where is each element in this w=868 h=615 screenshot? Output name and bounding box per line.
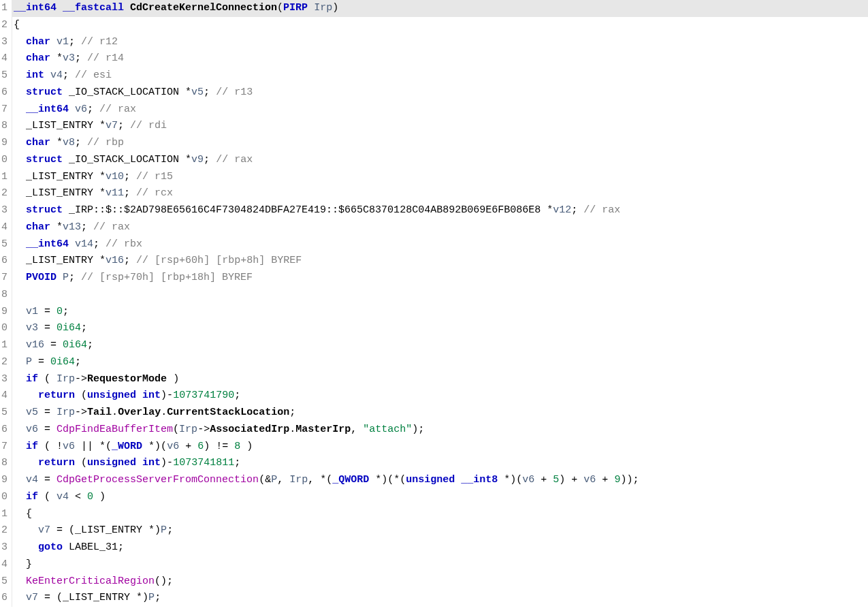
token-plain <box>14 187 26 199</box>
code-line[interactable]: _LIST_ENTRY *v11; // rcx <box>12 185 868 202</box>
code-line[interactable]: int v4; // esi <box>12 67 868 84</box>
line-number: 5 <box>0 573 9 590</box>
token-var: v14 <box>75 238 93 250</box>
line-number: 4 <box>0 388 9 405</box>
token-var: v13 <box>63 221 81 233</box>
token-plain <box>14 575 26 587</box>
token-punct: *)( <box>498 474 522 486</box>
token-punct: ; <box>124 187 136 199</box>
token-plain: _IO_STACK_LOCATION <box>69 86 185 98</box>
code-line[interactable]: struct _IO_STACK_LOCATION *v5; // r13 <box>12 84 868 101</box>
code-line[interactable]: if ( !v6 || *(_WORD *)(v6 + 6) != 8 ) <box>12 439 868 456</box>
token-punct: * <box>57 221 63 233</box>
token-punct: . <box>161 407 167 418</box>
code-line[interactable]: { <box>12 506 868 523</box>
token-plain <box>14 204 26 216</box>
token-punct: -> <box>75 373 87 385</box>
code-line[interactable]: char *v3; // r14 <box>12 50 868 67</box>
token-punct: ; <box>81 322 87 334</box>
token-punct: (); <box>155 575 173 587</box>
code-line[interactable]: struct _IO_STACK_LOCATION *v9; // rax <box>12 152 868 169</box>
code-line[interactable]: __int64 __fastcall CdCreateKernelConnect… <box>12 0 868 17</box>
token-var: v5 <box>191 86 204 98</box>
token-punct: ) <box>93 491 106 503</box>
code-line[interactable]: v1 = 0; <box>12 304 868 321</box>
token-plain: _IO_STACK_LOCATION <box>69 154 185 165</box>
code-line[interactable]: if ( v4 < 0 ) <box>12 489 868 506</box>
token-kw: struct <box>26 204 69 216</box>
token-kw: unsigned int <box>87 390 161 401</box>
code-line[interactable]: v7 = (_LIST_ENTRY *)P; <box>12 590 868 607</box>
code-editor[interactable]: __int64 __fastcall CdCreateKernelConnect… <box>12 0 868 607</box>
token-comment: // [rsp+70h] [rbp+18h] BYREF <box>81 272 253 283</box>
token-punct: ( <box>173 424 179 435</box>
token-comment: // rdi <box>130 120 167 131</box>
token-plain <box>14 457 38 469</box>
line-number: 5 <box>0 405 9 422</box>
code-line[interactable]: { <box>12 17 868 34</box>
token-var: v7 <box>38 524 50 536</box>
code-line[interactable]: v6 = CdpFindEaBufferItem(Irp->Associated… <box>12 422 868 439</box>
code-line[interactable]: v3 = 0i64; <box>12 320 868 337</box>
token-var: v6 <box>522 474 534 486</box>
token-plain <box>14 289 20 300</box>
code-line[interactable]: __int64 v14; // rbx <box>12 236 868 253</box>
line-number: 7 <box>0 101 9 119</box>
code-line[interactable]: } <box>12 556 868 573</box>
token-var: P <box>63 272 69 283</box>
token-var: v6 <box>63 441 75 452</box>
token-punct: = <box>38 407 57 418</box>
token-kw: char <box>26 52 57 64</box>
token-kw: __int64 __fastcall <box>14 2 130 14</box>
token-var: v3 <box>26 322 38 334</box>
token-punct: } <box>14 558 32 570</box>
token-comment: // rax <box>583 204 620 216</box>
token-punct: ; <box>69 36 81 48</box>
token-plain <box>14 407 26 418</box>
token-punct: = <box>38 306 57 317</box>
code-line[interactable]: if ( Irp->RequestorMode ) <box>12 371 868 388</box>
code-line[interactable]: _LIST_ENTRY *v7; // rdi <box>12 118 868 135</box>
code-line[interactable]: char v1; // r12 <box>12 34 868 51</box>
code-line[interactable]: char *v8; // rbp <box>12 135 868 152</box>
token-punct: ; <box>167 524 173 536</box>
token-field: AssociatedIrp <box>210 424 289 435</box>
code-line[interactable]: return (unsigned int)-1073741811; <box>12 455 868 472</box>
code-line[interactable]: char *v13; // rax <box>12 219 868 236</box>
line-number: 4 <box>0 50 9 67</box>
code-line[interactable] <box>12 287 868 304</box>
token-var: v6 <box>26 424 38 435</box>
token-punct: = <box>32 356 50 368</box>
token-punct: * <box>57 137 63 148</box>
token-plain <box>14 322 26 334</box>
line-number: 6 <box>0 84 9 101</box>
line-number: 2 <box>0 185 9 202</box>
code-line[interactable]: P = 0i64; <box>12 354 868 371</box>
code-line[interactable]: struct _IRP::$::$2AD798E65616C4F7304824D… <box>12 202 868 219</box>
code-line[interactable]: _LIST_ENTRY *v10; // r15 <box>12 169 868 186</box>
token-punct: ( <box>277 2 283 14</box>
line-number: 0 <box>0 489 9 506</box>
line-number: 4 <box>0 556 9 573</box>
code-line[interactable]: v16 = 0i64; <box>12 337 868 354</box>
line-number: 8 <box>0 287 9 304</box>
token-punct: , <box>351 424 363 435</box>
code-line[interactable]: __int64 v6; // rax <box>12 101 868 119</box>
token-plain: _LIST_ENTRY <box>26 171 99 183</box>
code-line[interactable]: v5 = Irp->Tail.Overlay.CurrentStackLocat… <box>12 405 868 422</box>
code-line[interactable]: return (unsigned int)-1073741790; <box>12 388 868 405</box>
token-punct: ; <box>118 541 124 553</box>
code-line[interactable]: KeEnterCriticalRegion(); <box>12 573 868 590</box>
token-kw: _WORD <box>112 441 142 452</box>
token-punct: ; <box>155 592 161 603</box>
token-num: 1073741811 <box>173 457 234 469</box>
code-line[interactable]: _LIST_ENTRY *v16; // [rsp+60h] [rbp+8h] … <box>12 253 868 270</box>
token-punct: ; <box>234 457 240 469</box>
token-kw: struct <box>26 154 69 165</box>
token-kw: _QWORD <box>332 474 369 486</box>
code-line[interactable]: v7 = (_LIST_ENTRY *)P; <box>12 522 868 539</box>
code-line[interactable]: v4 = CdpGetProcessServerFromConnection(&… <box>12 472 868 489</box>
token-plain <box>14 238 26 250</box>
code-line[interactable]: goto LABEL_31; <box>12 539 868 556</box>
code-line[interactable]: PVOID P; // [rsp+70h] [rbp+18h] BYREF <box>12 270 868 287</box>
